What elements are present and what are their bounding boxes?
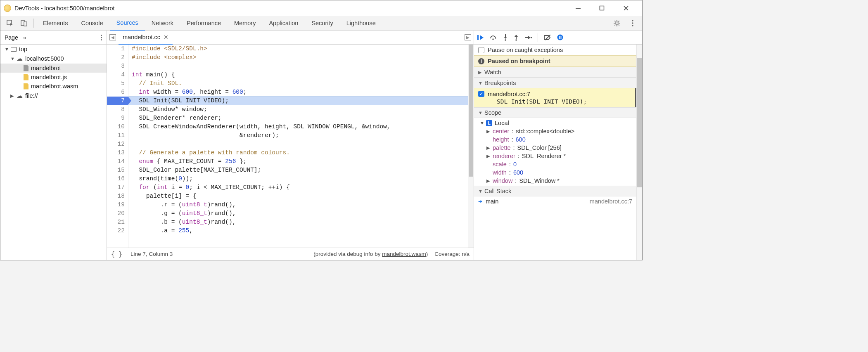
line-number[interactable]: 13 xyxy=(107,149,128,157)
maximize-button[interactable] xyxy=(599,5,612,11)
pause-on-caught-checkbox[interactable] xyxy=(478,47,484,53)
code-line[interactable]: SDL_Window* window; xyxy=(128,105,468,114)
step-icon[interactable] xyxy=(524,35,532,40)
page-tab[interactable]: Page xyxy=(5,34,18,41)
code-line[interactable]: .b = (uint8_t)rand(), xyxy=(128,218,468,227)
editor-tab[interactable]: mandelbrot.cc ✕ xyxy=(119,31,173,45)
panel-tab-elements[interactable]: Elements xyxy=(36,16,74,31)
callstack-section-header[interactable]: ▼ Call Stack xyxy=(474,186,636,196)
line-number[interactable]: 6 xyxy=(107,88,128,97)
breakpoint-checkbox[interactable]: ✓ xyxy=(478,91,484,97)
line-number[interactable]: 10 xyxy=(107,123,128,131)
code-editor[interactable]: #include <SDL2/SDL.h>#include <complex>i… xyxy=(128,45,468,248)
panel-tab-console[interactable]: Console xyxy=(74,16,109,31)
code-line[interactable]: enum { MAX_ITER_COUNT = 256 }; xyxy=(128,157,468,166)
scope-local-header[interactable]: ▼ L Local xyxy=(474,119,636,127)
scope-variable[interactable]: scale: 0 xyxy=(474,160,636,168)
line-number[interactable]: 16 xyxy=(107,175,128,183)
pause-on-exceptions-icon[interactable] xyxy=(557,34,563,40)
pause-on-caught-row[interactable]: Pause on caught exceptions xyxy=(474,45,636,55)
code-line[interactable]: #include <complex> xyxy=(128,53,468,62)
code-line[interactable]: palette[i] = { xyxy=(128,192,468,201)
panel-tab-lighthouse[interactable]: Lighthouse xyxy=(340,16,382,31)
line-number[interactable]: 18 xyxy=(107,192,128,201)
panel-tab-memory[interactable]: Memory xyxy=(228,16,262,31)
code-line[interactable]: .a = 255, xyxy=(128,227,468,235)
scope-variable[interactable]: ▶renderer: SDL_Renderer * xyxy=(474,152,636,160)
tree-file-scheme[interactable]: ▶ ☁ file:// xyxy=(0,91,107,101)
close-tab-icon[interactable]: ✕ xyxy=(164,34,168,40)
code-line[interactable]: int main() { xyxy=(128,71,468,79)
step-over-icon[interactable] xyxy=(490,35,497,40)
code-line[interactable]: SDL_Init(SDL_INIT_VIDEO); xyxy=(128,97,468,105)
line-number[interactable]: 15 xyxy=(107,166,128,175)
settings-icon[interactable] xyxy=(610,18,624,28)
tree-host[interactable]: ▼ ☁ localhost:5000 xyxy=(0,54,107,64)
line-number[interactable]: 1 xyxy=(107,45,128,53)
panel-tab-sources[interactable]: Sources xyxy=(110,16,145,31)
line-number[interactable]: 3 xyxy=(107,62,128,71)
code-line[interactable]: for (int i = 0; i < MAX_ITER_COUNT; ++i)… xyxy=(128,183,468,192)
line-number[interactable]: 8 xyxy=(107,105,128,114)
watch-section-header[interactable]: ▶ Watch xyxy=(474,67,636,78)
panel-tab-network[interactable]: Network xyxy=(145,16,180,31)
tree-file-mandelbrot-wasm[interactable]: mandelbrot.wasm xyxy=(0,82,107,91)
line-number[interactable]: 11 xyxy=(107,131,128,140)
tree-top[interactable]: ▼ top xyxy=(0,45,107,54)
line-number[interactable]: 12 xyxy=(107,140,128,149)
scope-variable[interactable]: ▶palette: SDL_Color [256] xyxy=(474,144,636,152)
scope-variable[interactable]: width: 600 xyxy=(474,168,636,177)
panel-tab-performance[interactable]: Performance xyxy=(180,16,228,31)
scope-variable[interactable]: ▶window: SDL_Window * xyxy=(474,177,636,185)
code-line[interactable] xyxy=(128,62,468,71)
debug-scrollbar[interactable] xyxy=(636,45,642,260)
line-number[interactable]: 20 xyxy=(107,209,128,218)
code-line[interactable]: .g = (uint8_t)rand(), xyxy=(128,209,468,218)
minimize-button[interactable] xyxy=(575,5,588,11)
line-number[interactable]: 4 xyxy=(107,71,128,79)
code-line[interactable]: SDL_CreateWindowAndRenderer(width, heigh… xyxy=(128,123,468,131)
device-toolbar-icon[interactable] xyxy=(17,18,31,28)
code-line[interactable]: &renderer); xyxy=(128,131,468,140)
tree-file-mandelbrot[interactable]: mandelbrot xyxy=(0,64,107,73)
line-number[interactable]: 9 xyxy=(107,114,128,123)
deactivate-breakpoints-icon[interactable] xyxy=(544,35,551,40)
breakpoints-section-header[interactable]: ▼ Breakpoints xyxy=(474,78,636,88)
panel-tab-application[interactable]: Application xyxy=(262,16,305,31)
debugger-toggle-icon[interactable]: ▶ xyxy=(465,34,471,40)
editor-scrollbar[interactable] xyxy=(468,45,474,248)
line-number[interactable]: 14 xyxy=(107,157,128,166)
line-number[interactable]: 19 xyxy=(107,201,128,209)
code-line[interactable]: SDL_Color palette[MAX_ITER_COUNT]; xyxy=(128,166,468,175)
code-line[interactable]: int width = 600, height = 600; xyxy=(128,88,468,97)
line-number[interactable]: 21 xyxy=(107,218,128,227)
line-number[interactable]: 2 xyxy=(107,53,128,62)
kebab-menu-icon[interactable] xyxy=(628,18,637,28)
step-into-icon[interactable] xyxy=(503,34,508,41)
sidebar-kebab-icon[interactable] xyxy=(100,34,102,41)
code-line[interactable]: // Init SDL. xyxy=(128,79,468,88)
line-number[interactable]: 17 xyxy=(107,183,128,192)
close-button[interactable] xyxy=(623,5,636,11)
pretty-print-icon[interactable]: { } xyxy=(111,250,122,258)
line-number[interactable]: 5 xyxy=(107,79,128,88)
scope-section-header[interactable]: ▼ Scope xyxy=(474,107,636,118)
wasm-source-link[interactable]: mandelbrot.wasm xyxy=(382,251,426,257)
code-line[interactable]: srand(time(0)); xyxy=(128,175,468,183)
code-line[interactable]: .r = (uint8_t)rand(), xyxy=(128,201,468,209)
scope-variable[interactable]: height: 600 xyxy=(474,135,636,144)
code-line[interactable] xyxy=(128,140,468,149)
code-line[interactable]: // Generate a palette with random colour… xyxy=(128,149,468,157)
code-line[interactable]: #include <SDL2/SDL.h> xyxy=(128,45,468,53)
inspect-element-icon[interactable] xyxy=(3,18,17,28)
panel-tab-security[interactable]: Security xyxy=(305,16,339,31)
breakpoint-item[interactable]: ✓ mandelbrot.cc:7 SDL_Init(SDL_INIT_VIDE… xyxy=(474,88,636,107)
resume-icon[interactable] xyxy=(477,35,484,40)
navigator-toggle-icon[interactable]: ◀ xyxy=(109,34,116,40)
tree-file-mandelbrot-js[interactable]: mandelbrot.js xyxy=(0,73,107,82)
more-tabs-icon[interactable]: » xyxy=(23,34,26,41)
callstack-frame[interactable]: ➔ main mandelbrot.cc:7 xyxy=(474,196,636,206)
step-out-icon[interactable] xyxy=(514,34,519,41)
line-gutter[interactable]: 12345678910111213141516171819202122 xyxy=(107,45,128,248)
scope-variable[interactable]: ▶center: std::complex<double> xyxy=(474,127,636,135)
